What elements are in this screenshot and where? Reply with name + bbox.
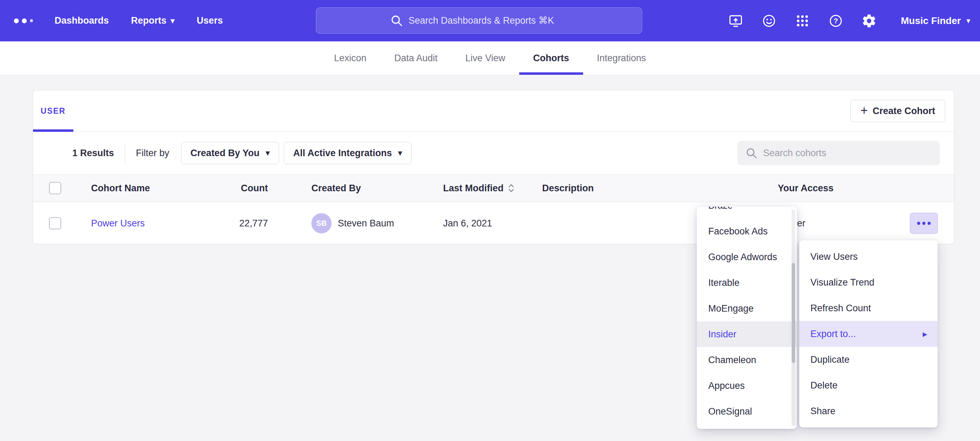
scrollbar-thumb[interactable] [792, 263, 795, 363]
column-header-label: Last Modified [443, 183, 504, 194]
created-by-name: Steven Baum [338, 218, 394, 229]
chevron-down-icon: ▾ [266, 149, 270, 157]
tab-label: Integrations [597, 53, 646, 64]
column-header-your-access[interactable]: Your Access [778, 183, 834, 194]
menu-item-share[interactable]: Share [799, 398, 938, 424]
nav-item-label: Users [197, 15, 223, 26]
menu-item-chameleon[interactable]: Chameleon [697, 347, 797, 373]
select-all-checkbox[interactable] [49, 182, 61, 195]
column-header-last-modified[interactable]: Last Modified [443, 183, 515, 194]
menu-item-delete[interactable]: Delete [799, 372, 938, 398]
column-header-created-by[interactable]: Created By [311, 183, 361, 194]
menu-item-iterable[interactable]: Iterable [697, 270, 797, 296]
tab-label: Cohorts [533, 53, 569, 64]
cohort-search-input[interactable] [763, 148, 932, 158]
secondary-tab-bar: Lexicon Data Audit Live View Cohorts Int… [0, 42, 980, 75]
menu-item-insider[interactable]: Insider [697, 321, 797, 347]
filter-created-by-dropdown[interactable]: Created By You ▾ [181, 142, 279, 164]
chevron-down-icon: ▾ [966, 17, 970, 25]
active-tab-underline [33, 129, 73, 132]
table-header: Cohort Name Count Created By Last Modifi… [33, 174, 954, 202]
tab-data-audit[interactable]: Data Audit [380, 42, 452, 75]
cohorts-card: USER + Create Cohort 1 Results Filter by… [33, 90, 954, 244]
card-header: USER + Create Cohort [33, 90, 954, 132]
tab-cohorts[interactable]: Cohorts [519, 42, 583, 75]
tab-live-view[interactable]: Live View [452, 42, 519, 75]
avatar: SB [311, 213, 331, 233]
export-destinations-list: Braze Facebook Ads Google Adwords Iterab… [697, 206, 797, 424]
menu-item-view-users[interactable]: View Users [799, 244, 938, 270]
menu-item-onesignal[interactable]: OneSignal [697, 399, 797, 424]
feedback-smiley-icon[interactable] [761, 13, 777, 29]
nav-item-users[interactable]: Users [197, 15, 223, 26]
context-menu-list: View Users Visualize Trend Refresh Count… [799, 244, 938, 424]
help-icon[interactable]: ? [828, 13, 844, 29]
filter-by-label: Filter by [136, 148, 169, 158]
menu-item-appcues[interactable]: Appcues [697, 373, 797, 399]
search-icon [745, 147, 757, 159]
apps-grid-icon[interactable] [794, 13, 810, 29]
global-search[interactable] [316, 7, 642, 34]
nav-item-reports[interactable]: Reports ▾ [131, 15, 175, 26]
logo-dot [22, 18, 27, 23]
menu-item-export-to[interactable]: Export to... ▸ [799, 321, 938, 347]
tab-lexicon[interactable]: Lexicon [320, 42, 380, 75]
screen-share-icon[interactable] [728, 13, 744, 29]
chevron-right-icon: ▸ [923, 329, 927, 339]
sort-icon[interactable] [508, 184, 515, 193]
chevron-down-icon: ▾ [398, 149, 402, 157]
filter-label: Created By You [191, 148, 259, 158]
plus-icon: + [861, 104, 868, 117]
tab-label: USER [41, 106, 66, 116]
column-header-cohort-name[interactable]: Cohort Name [91, 183, 150, 194]
created-by-cell: SB Steven Baum [311, 213, 394, 233]
mixpanel-logo[interactable] [14, 18, 33, 23]
dot-icon [917, 222, 920, 225]
vertical-divider [125, 143, 125, 163]
menu-item-google-adwords[interactable]: Google Adwords [697, 244, 797, 270]
project-selector[interactable]: Music Finder ▾ [901, 15, 970, 26]
nav-item-dashboards[interactable]: Dashboards [54, 15, 109, 26]
column-header-description[interactable]: Description [542, 183, 594, 194]
filter-integrations-dropdown[interactable]: All Active Integrations ▾ [284, 142, 412, 164]
tab-label: Lexicon [334, 53, 366, 64]
menu-item-moengage[interactable]: MoEngage [697, 296, 797, 321]
global-search-input[interactable] [409, 15, 568, 26]
menu-item-duplicate[interactable]: Duplicate [799, 347, 938, 372]
row-checkbox[interactable] [49, 217, 61, 230]
filter-label: All Active Integrations [293, 148, 392, 158]
create-cohort-label: Create Cohort [873, 106, 935, 117]
dot-icon [928, 222, 931, 225]
table-row[interactable]: Power Users 22,777 SB Steven Baum Jan 6,… [33, 202, 954, 244]
last-modified-value: Jan 6, 2021 [443, 218, 492, 229]
tab-integrations[interactable]: Integrations [583, 42, 660, 75]
menu-item-braze[interactable]: Braze [697, 206, 797, 219]
logo-dot [30, 19, 33, 22]
menu-item-refresh-count[interactable]: Refresh Count [799, 295, 938, 321]
cohort-search[interactable] [737, 141, 940, 165]
nav-item-label: Reports [131, 15, 167, 26]
nav-item-label: Dashboards [54, 15, 109, 26]
primary-nav: Dashboards Reports ▾ Users [54, 15, 223, 26]
chevron-down-icon: ▾ [171, 17, 175, 25]
tab-user-cohorts[interactable]: USER [33, 90, 73, 131]
results-count: 1 Results [72, 148, 114, 158]
column-header-count[interactable]: Count [179, 183, 268, 194]
menu-item-facebook-ads[interactable]: Facebook Ads [697, 219, 797, 244]
tab-label: Live View [465, 53, 505, 64]
row-actions-button[interactable] [910, 213, 938, 234]
row-checkbox-cell [49, 217, 61, 230]
export-destinations-submenu: Braze Facebook Ads Google Adwords Iterab… [697, 206, 797, 429]
top-nav: Dashboards Reports ▾ Users [0, 0, 980, 42]
select-all-checkbox-cell [49, 182, 61, 195]
cohort-name-link[interactable]: Power Users [91, 218, 145, 228]
create-cohort-button[interactable]: + Create Cohort [850, 100, 945, 122]
tab-label: Data Audit [394, 53, 438, 64]
topnav-right: ? Music Finder ▾ [728, 13, 970, 29]
menu-item-visualize-trend[interactable]: Visualize Trend [799, 270, 938, 295]
svg-text:?: ? [834, 17, 838, 25]
settings-gear-icon[interactable] [861, 13, 877, 29]
cohort-context-menu: View Users Visualize Trend Refresh Count… [799, 240, 938, 427]
search-icon [390, 14, 403, 27]
dot-icon [922, 222, 926, 225]
